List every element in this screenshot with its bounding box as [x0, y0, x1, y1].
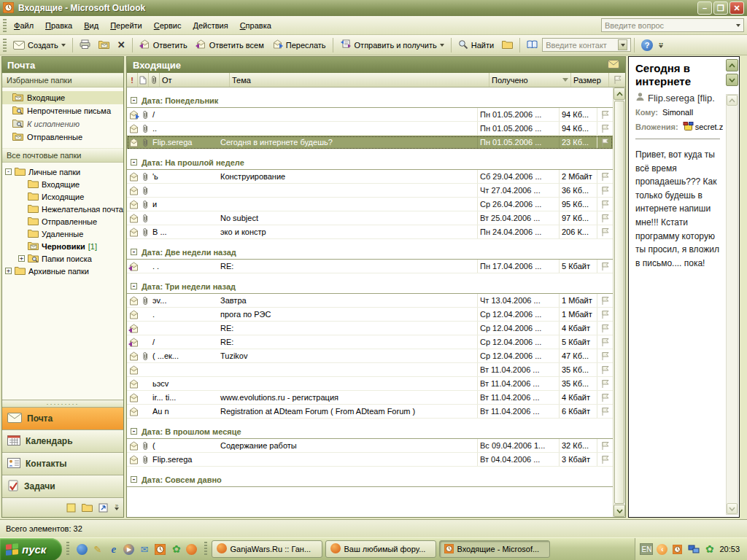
message-row[interactable]: ( ...ек...TuzikovСр 12.04.2006 ...47 Кб.… [127, 349, 613, 363]
size-column-header[interactable]: Размер [571, 73, 609, 87]
minimize-button[interactable]: – [697, 1, 712, 15]
media-player-icon[interactable]: ▶ [123, 544, 134, 555]
folder-list-button[interactable] [81, 502, 93, 513]
nav-button-tasks[interactable]: Задачи [2, 475, 123, 497]
flag-icon[interactable] [597, 349, 613, 362]
flag-icon[interactable] [597, 294, 613, 307]
list-scrollbar[interactable] [613, 88, 625, 517]
nav-button-calendar[interactable]: Календарь [2, 429, 123, 452]
flag-icon[interactable] [597, 198, 613, 211]
menu-item-5[interactable]: Действия [187, 19, 233, 32]
help-button[interactable]: ? [638, 37, 657, 53]
chevron-down-icon[interactable] [61, 44, 66, 47]
menu-item-0[interactable]: Файл [8, 19, 39, 32]
subject-column-header[interactable]: Тема [230, 73, 489, 87]
tree-folder-6[interactable]: Черновики [1] [2, 240, 123, 252]
flag-icon[interactable] [597, 108, 613, 121]
flag-icon[interactable] [597, 260, 613, 273]
menu-grip[interactable] [3, 19, 7, 32]
new-mail-button[interactable]: Создать [9, 36, 69, 53]
message-row[interactable]: ьэсvВт 11.04.2006 ...35 Кб... [127, 377, 613, 391]
flag-icon[interactable] [597, 225, 613, 238]
task-button-0[interactable]: GanjaWars.Ru :: Ган... [212, 540, 322, 558]
print-button[interactable] [76, 37, 94, 52]
message-row[interactable]: ir... ti...www.evolutions.ru - регистрац… [127, 391, 613, 405]
move-to-folder-button[interactable] [95, 38, 113, 52]
toolbar-grip[interactable] [3, 39, 7, 52]
tree-expander[interactable]: + [18, 255, 25, 262]
collapse-icon[interactable]: - [131, 159, 137, 166]
send-receive-button[interactable]: Отправить и получить [336, 37, 448, 52]
flag-column-header[interactable] [609, 73, 625, 87]
message-row[interactable]: (Содержание работыВс 09.04.2006 1...32 К… [127, 439, 613, 453]
notes-pencil-icon[interactable]: ✎ [91, 543, 104, 556]
notes-button[interactable] [65, 502, 77, 513]
message-row[interactable]: Чт 27.04.2006 ...36 Кб... [127, 184, 613, 198]
message-row[interactable]: .прога по РЭССр 12.04.2006 ...1 Мбайт [127, 308, 613, 322]
tray-icq-icon[interactable]: ✿ [703, 543, 716, 556]
message-row[interactable]: Flip.seregaСегодня в интернете будешь?Пн… [127, 136, 613, 149]
combo-dropdown-button[interactable] [618, 39, 627, 50]
attachment-column-header[interactable] [149, 73, 160, 87]
flag-icon[interactable] [597, 136, 613, 149]
menu-item-6[interactable]: Справка [234, 19, 277, 32]
tree-folder-1[interactable]: Входящие [2, 178, 123, 190]
flag-icon[interactable] [597, 322, 613, 335]
collapse-icon[interactable]: - [131, 249, 137, 255]
message-row[interactable]: Au nRegistration at ADteam Forum ( From … [127, 405, 613, 419]
contact-combobox[interactable]: Введите контакт [542, 38, 631, 52]
message-row[interactable]: Flip.seregaВт 04.04.2006 ...3 Кбайт [127, 453, 613, 467]
chevron-down-icon[interactable] [736, 24, 740, 27]
tree-folder-3[interactable]: Нежелательная почта [2, 203, 123, 215]
tree-expander[interactable]: - [5, 168, 12, 175]
tray-outlook-icon[interactable] [671, 543, 684, 556]
scroll-down-button[interactable] [727, 503, 738, 514]
message-row[interactable]: RE:Ср 12.04.2006 ...4 Кбайт [127, 322, 613, 335]
tree-folder-0[interactable]: -Личные папки [2, 166, 123, 178]
group-header-3[interactable]: -Дата: Три недели назад [127, 279, 613, 294]
tree-folder-2[interactable]: Исходящие [2, 190, 123, 203]
received-column-header[interactable]: Получено [489, 73, 571, 87]
menu-item-4[interactable]: Сервис [148, 19, 187, 32]
message-row[interactable]: ..Пн 01.05.2006 ...94 Кб... [127, 122, 613, 136]
next-item-button[interactable] [726, 74, 738, 86]
message-row[interactable]: 'ьКонструированиеСб 29.04.2006 ...2 Мбай… [127, 170, 613, 184]
menu-item-2[interactable]: Вид [78, 19, 104, 32]
outlook-express-icon[interactable]: ✉ [138, 543, 150, 556]
all-folders-header[interactable]: Все почтовые папки [2, 148, 123, 163]
flag-icon[interactable] [597, 377, 613, 390]
scroll-thumb[interactable] [614, 101, 624, 504]
scroll-up-button[interactable] [614, 88, 625, 100]
attachment-item[interactable]: secret.zip [683, 121, 723, 133]
restore-button[interactable]: ❐ [713, 1, 728, 15]
collapse-icon[interactable]: - [131, 283, 137, 289]
ask-question-input[interactable]: Введите вопрос [601, 18, 744, 32]
tree-folder-7[interactable]: +Папки поиска [2, 252, 123, 265]
nav-button-mail[interactable]: Почта [2, 407, 123, 429]
close-button[interactable]: ✕ [729, 1, 744, 15]
reply-all-button[interactable]: Ответить всем [192, 37, 268, 52]
message-row[interactable]: Вт 11.04.2006 ...35 Кб... [127, 363, 613, 377]
nav-splitter-handle[interactable]: ········· [2, 400, 123, 407]
toolbar-overflow-button[interactable]: •• [659, 42, 663, 48]
group-header-0[interactable]: -Дата: Понедельник [127, 93, 613, 108]
group-header-2[interactable]: -Дата: Две недели назад [127, 245, 613, 260]
language-indicator[interactable]: EN [640, 543, 653, 555]
tree-folder-8[interactable]: +Архивные папки [2, 265, 123, 277]
flag-icon[interactable] [597, 439, 613, 452]
collapse-icon[interactable]: - [131, 476, 137, 483]
message-row[interactable]: /Пн 01.05.2006 ...94 Кб... [127, 108, 613, 122]
flag-icon[interactable] [597, 405, 613, 418]
previous-item-button[interactable] [726, 59, 738, 71]
flag-icon[interactable] [597, 335, 613, 349]
tree-folder-5[interactable]: Удаленные [2, 228, 123, 240]
network-icon[interactable] [687, 543, 700, 556]
menu-item-3[interactable]: Перейти [104, 19, 148, 32]
reply-button[interactable]: Ответить [136, 37, 191, 52]
item-type-column-header[interactable] [138, 73, 149, 87]
collapse-icon[interactable]: - [131, 428, 137, 435]
flag-icon[interactable] [597, 391, 613, 404]
message-row[interactable]: эv...ЗавтраЧт 13.04.2006 ...1 Мбайт [127, 294, 613, 308]
favorite-folder-1[interactable]: Непрочтенные письма [2, 104, 123, 117]
internet-explorer-icon[interactable]: e [107, 543, 120, 556]
